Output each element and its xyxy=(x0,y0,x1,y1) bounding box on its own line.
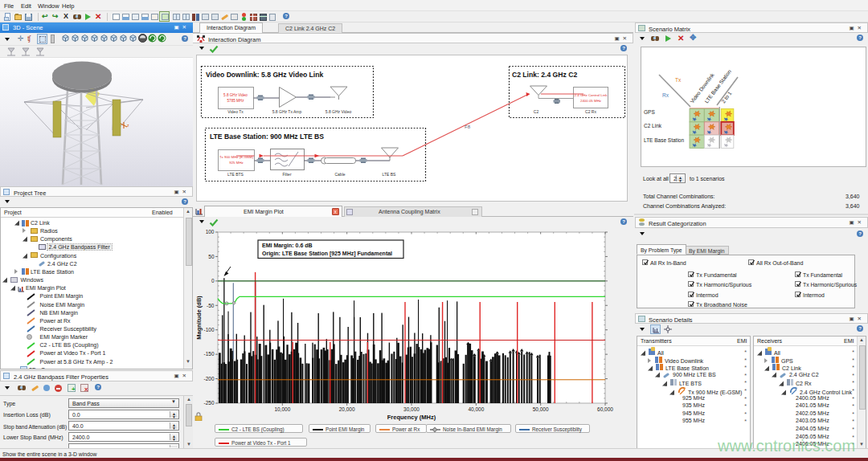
svg-text:-200: -200 xyxy=(203,376,214,381)
svg-text:C2: C2 xyxy=(534,109,539,114)
svg-text:10,000: 10,000 xyxy=(274,406,290,412)
svg-text:Magnitude (dB): Magnitude (dB) xyxy=(195,296,203,340)
svg-text:Filter: Filter xyxy=(282,172,291,177)
svg-text:z: z xyxy=(127,123,129,128)
svg-text:LTE Base Station: 900 MHz LTE: LTE Base Station: 900 MHz LTE BS xyxy=(210,133,324,141)
svg-text:2400.05 MHz: 2400.05 MHz xyxy=(580,99,601,103)
svg-text:60,000: 60,000 xyxy=(597,406,613,412)
svg-text:EMI Margin: 0.6 dB: EMI Margin: 0.6 dB xyxy=(262,243,313,249)
svg-text:LTE BTS: LTE BTS xyxy=(227,172,244,177)
svg-text:Origin: LTE Base Station [925: Origin: LTE Base Station [925 MHz] Funda… xyxy=(262,251,392,257)
svg-text:C2 Rx: C2 Rx xyxy=(585,109,596,114)
svg-text:Tx: Tx xyxy=(675,77,682,83)
svg-text:Frequency (MHz): Frequency (MHz) xyxy=(387,414,436,421)
svg-text:5.8 GHz Video: 5.8 GHz Video xyxy=(326,109,352,114)
svg-text:-50: -50 xyxy=(207,303,215,308)
svg-text:Video Downlink: 5.8 GHz Video: Video Downlink: 5.8 GHz Video Link xyxy=(206,71,323,79)
svg-text:925 MHz: 925 MHz xyxy=(229,161,244,165)
svg-text:0: 0 xyxy=(211,278,215,284)
svg-text:2 to 1: 2 to 1 xyxy=(720,90,733,104)
svg-text:100: 100 xyxy=(206,229,215,235)
svg-text:30,000: 30,000 xyxy=(403,406,420,412)
svg-text:LTE Base Station: LTE Base Station xyxy=(644,137,684,143)
svg-text:F8: F8 xyxy=(465,124,471,129)
svg-text:50: 50 xyxy=(208,254,215,259)
svg-text:50,000: 50,000 xyxy=(533,406,549,412)
svg-text:-250: -250 xyxy=(203,400,214,406)
svg-text:-150: -150 xyxy=(203,351,214,357)
svg-text:Rx: Rx xyxy=(662,92,669,98)
svg-text:5.8 GHz Video: 5.8 GHz Video xyxy=(223,93,248,97)
svg-text:5785 MHz: 5785 MHz xyxy=(227,99,245,103)
svg-text:20,000: 20,000 xyxy=(339,406,355,412)
svg-text:-100: -100 xyxy=(203,327,214,332)
svg-text:C2 Link: C2 Link xyxy=(644,123,662,129)
svg-text:C2 Link: 2.4 GHz C2: C2 Link: 2.4 GHz C2 xyxy=(512,71,577,79)
svg-text:Cable: Cable xyxy=(334,172,345,177)
svg-text:GPS: GPS xyxy=(644,109,655,115)
svg-text:Video Tx: Video Tx xyxy=(227,109,244,114)
svg-text:40,000: 40,000 xyxy=(468,406,484,412)
svg-text:LTE BS: LTE BS xyxy=(383,172,397,177)
svg-text:5.8 GHz Tx Amp: 5.8 GHz Tx Amp xyxy=(272,109,302,114)
